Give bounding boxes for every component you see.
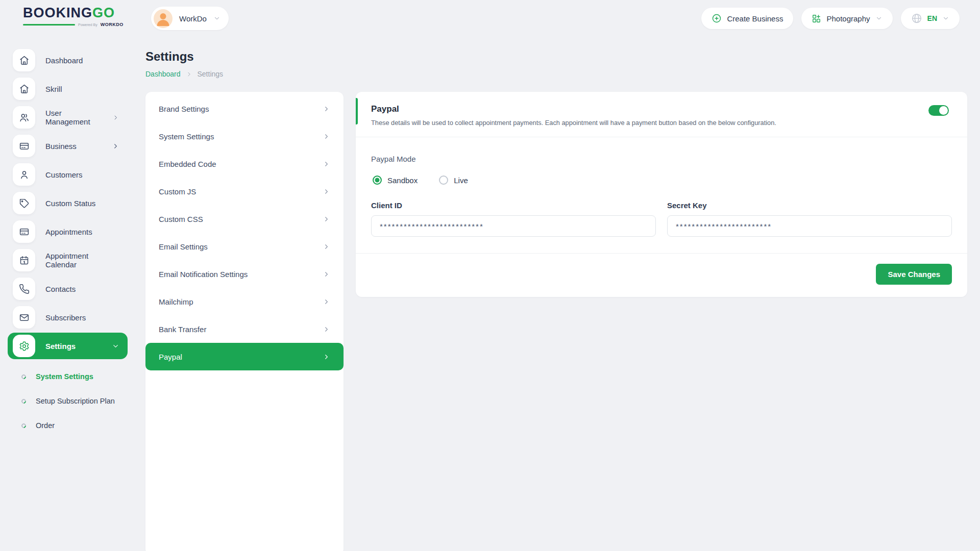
sidebar-item-skrill[interactable]: Skrill: [8, 76, 128, 102]
globe-icon: [911, 13, 922, 24]
bullet-icon: [20, 373, 27, 380]
radio-icon: [373, 176, 382, 185]
paypal-mode-radio-sandbox[interactable]: Sandbox: [373, 176, 418, 185]
paypal-enabled-toggle[interactable]: [928, 105, 949, 116]
settings-menu-item-paypal[interactable]: Paypal: [145, 343, 344, 370]
settings-menu-item-mailchimp[interactable]: Mailchimp: [145, 288, 344, 315]
save-changes-button[interactable]: Save Changes: [876, 264, 952, 285]
chevron-right-icon: [323, 188, 330, 195]
paypal-panel-header: Paypal These details will be used to col…: [356, 92, 967, 137]
avatar: [154, 9, 173, 28]
chevron-down-icon: [942, 15, 949, 22]
powered-by-brand: WORKDO: [101, 22, 124, 27]
create-business-button[interactable]: Create Business: [701, 8, 793, 29]
settings-menu-item-email-notification-settings[interactable]: Email Notification Settings: [145, 260, 344, 288]
logo-wordmark: BOOKINGGO: [23, 6, 124, 20]
app-logo[interactable]: BOOKINGGO Powered By WORKDO: [23, 6, 124, 27]
paypal-mode-group: Sandbox Live: [371, 176, 952, 185]
settings-menu-item-embedded-code[interactable]: Embedded Code: [145, 150, 344, 178]
chevron-right-icon: [323, 325, 330, 333]
language-dropdown[interactable]: EN: [901, 8, 960, 29]
settings-submenu: System Settings Setup Subscription Plan …: [0, 364, 134, 438]
field-label: Secret Key: [667, 201, 952, 210]
sidebar-item-settings[interactable]: Settings: [8, 333, 128, 359]
chevron-right-icon: [323, 215, 330, 223]
breadcrumb-dashboard-link[interactable]: Dashboard: [145, 70, 181, 78]
breadcrumb-current: Settings: [198, 70, 224, 78]
sidebar-item-business[interactable]: Business: [8, 133, 128, 159]
sidebar-item-subscribers[interactable]: Subscribers: [8, 304, 128, 331]
sidebar-subitem-system-settings[interactable]: System Settings: [0, 364, 134, 389]
secret-key-input[interactable]: [667, 215, 952, 237]
chevron-down-icon: [112, 342, 119, 350]
chevron-right-icon: [323, 133, 330, 140]
paypal-panel: Paypal These details will be used to col…: [356, 92, 967, 297]
sidebar-item-custom-status[interactable]: Custom Status: [8, 190, 128, 216]
chevron-right-icon: [323, 270, 330, 278]
settings-menu-item-custom-js[interactable]: Custom JS: [145, 178, 344, 205]
field-label: Client ID: [371, 201, 656, 210]
settings-menu-item-brand-settings[interactable]: Brand Settings: [145, 95, 344, 122]
sidebar-nav: Dashboard Skrill User Management Busin: [0, 47, 134, 359]
panel-accent-bar: [356, 98, 358, 124]
sidebar-item-customers[interactable]: Customers: [8, 161, 128, 188]
chevron-right-icon: [112, 114, 119, 121]
top-header: BOOKINGGO Powered By WORKDO WorkDo Creat…: [0, 0, 980, 37]
sidebar-item-appointment-calendar[interactable]: Appointment Calendar: [8, 247, 128, 273]
chevron-right-icon: [323, 105, 330, 113]
language-label: EN: [927, 14, 937, 22]
settings-menu-item-system-settings[interactable]: System Settings: [145, 122, 344, 150]
panel-title: Paypal: [371, 104, 949, 114]
form-field-secret-key: Secret Key: [667, 201, 952, 237]
chevron-right-icon: [323, 298, 330, 306]
chevron-right-icon: [323, 353, 330, 361]
home-icon: [13, 78, 35, 100]
gear-icon: [13, 335, 35, 357]
grid-plus-icon: [812, 14, 821, 23]
mail-icon: [13, 306, 35, 329]
chevron-down-icon: [875, 15, 883, 22]
sidebar-subitem-setup-subscription-plan[interactable]: Setup Subscription Plan: [0, 389, 134, 413]
settings-menu-item-custom-css[interactable]: Custom CSS: [145, 205, 344, 233]
credit-card-icon: [13, 220, 35, 243]
sidebar-item-dashboard[interactable]: Dashboard: [8, 47, 128, 73]
sidebar-item-user-management[interactable]: User Management: [8, 104, 128, 131]
plus-circle-icon: [712, 13, 722, 23]
sidebar: Dashboard Skrill User Management Busin: [0, 47, 134, 438]
chevron-right-icon: [323, 160, 330, 168]
bullet-icon: [20, 398, 27, 405]
toggle-knob: [939, 106, 948, 115]
users-icon: [13, 106, 35, 129]
chevron-right-icon: [112, 142, 119, 150]
calendar-icon: [13, 249, 35, 271]
sidebar-subitem-order[interactable]: Order: [0, 413, 134, 438]
workspace-name: WorkDo: [179, 14, 207, 23]
client-id-input[interactable]: [371, 215, 656, 237]
main-content: Settings Dashboard Settings Brand Settin…: [145, 46, 967, 551]
sidebar-item-appointments[interactable]: Appointments: [8, 218, 128, 245]
phone-icon: [13, 278, 35, 300]
user-icon: [13, 163, 35, 186]
paypal-mode-label: Paypal Mode: [371, 155, 952, 163]
logo-underline: [23, 24, 75, 26]
radio-icon: [439, 176, 448, 185]
credit-card-icon: [13, 135, 35, 157]
chevron-right-icon: [323, 243, 330, 251]
breadcrumb: Dashboard Settings: [145, 70, 967, 78]
settings-menu-card: Brand Settings System Settings Embedded …: [145, 92, 344, 551]
business-type-dropdown[interactable]: Photography: [801, 8, 892, 29]
settings-menu-item-email-settings[interactable]: Email Settings: [145, 233, 344, 260]
bullet-icon: [20, 422, 27, 429]
chevron-down-icon: [213, 15, 220, 22]
paypal-mode-radio-live[interactable]: Live: [439, 176, 468, 185]
panel-description: These details will be used to collect ap…: [371, 119, 949, 127]
sidebar-item-contacts[interactable]: Contacts: [8, 276, 128, 302]
workspace-switcher[interactable]: WorkDo: [151, 7, 229, 30]
tag-icon: [13, 192, 35, 214]
settings-menu-item-bank-transfer[interactable]: Bank Transfer: [145, 315, 344, 343]
powered-by-label: Powered By: [78, 23, 97, 27]
page-title: Settings: [145, 49, 967, 64]
form-field-client-id: Client ID: [371, 201, 656, 237]
home-icon: [13, 49, 35, 71]
chevron-right-icon: [186, 71, 192, 78]
